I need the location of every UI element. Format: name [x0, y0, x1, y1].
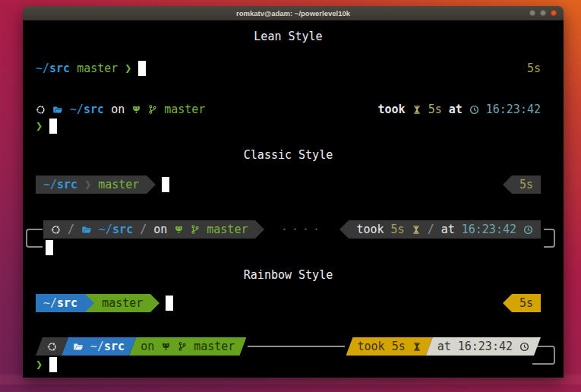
prompt-char: ❯	[36, 358, 43, 371]
git-branch-icon	[148, 104, 157, 115]
window-title: romkatv@adam: ~/powerlevel10k	[236, 9, 350, 17]
folder-icon	[52, 105, 63, 115]
prompt-char: ❯	[125, 62, 131, 75]
powerline-arrow	[503, 175, 512, 194]
octocat-icon	[174, 225, 184, 234]
ubuntu-logo-icon	[51, 225, 61, 235]
git-branch-icon	[178, 341, 187, 352]
current-directory: ~/src	[36, 62, 70, 75]
ubuntu-logo-icon	[47, 342, 57, 352]
rainbow-prompt-oneline: ~/src master 5s	[36, 294, 541, 312]
clock-icon	[469, 105, 479, 115]
maximize-button[interactable]	[540, 10, 546, 16]
terminal-window: romkatv@adam: ~/powerlevel10k Lean Style…	[23, 6, 564, 378]
took-label: took	[358, 340, 385, 353]
hourglass-icon	[412, 342, 422, 352]
clock-icon	[519, 342, 529, 352]
path-dir: src	[104, 340, 125, 353]
text-cursor[interactable]	[162, 177, 169, 192]
current-directory: ~/src	[43, 178, 77, 191]
command-duration: 5s	[519, 296, 533, 310]
folder-icon	[73, 342, 84, 352]
path-dir: src	[57, 296, 77, 310]
clock-icon	[519, 342, 529, 352]
git-branch-icon	[148, 104, 157, 115]
path-dir: src	[112, 223, 133, 236]
git-branch-icon	[178, 341, 187, 352]
lean-prompt-twoline: ~/src on master took 5s at 16:23:42	[36, 102, 541, 117]
powerline-arrow	[339, 220, 349, 239]
timestamp: 16:23:42	[462, 223, 516, 236]
powerline-arrow	[150, 294, 159, 312]
text-cursor[interactable]	[49, 119, 57, 134]
hourglass-icon	[412, 105, 422, 115]
prompt-char: ❯	[36, 119, 43, 133]
text-cursor[interactable]	[138, 61, 146, 76]
git-branch-icon	[191, 224, 200, 235]
lean-prompt-input-line: ❯	[36, 117, 541, 134]
command-duration: 5s	[392, 340, 406, 353]
section-heading-rainbow: Rainbow Style	[36, 268, 541, 283]
hourglass-icon	[412, 105, 422, 115]
current-directory: ~/src	[99, 223, 133, 236]
powerline-arrow	[85, 294, 94, 312]
timestamp: 16:23:42	[458, 340, 513, 353]
git-branch-name: master	[77, 62, 118, 75]
path-prefix: ~/	[36, 62, 49, 75]
folder-icon	[81, 225, 92, 235]
rainbow-prompt-twoline: ~/src on master took 5s at 16:23:42	[36, 337, 541, 374]
text-cursor[interactable]	[166, 296, 173, 311]
terminal-content[interactable]: Lean Style ~/src master ❯ 5s ~/src on ma…	[23, 21, 564, 378]
ubuntu-logo-icon	[36, 105, 46, 115]
on-label: on	[111, 103, 125, 116]
at-label: at	[441, 223, 455, 236]
folder-icon	[52, 105, 63, 115]
ubuntu-logo-icon	[36, 105, 46, 115]
section-heading-lean: Lean Style	[36, 30, 541, 44]
current-directory: ~/src	[70, 103, 104, 116]
minimize-button[interactable]	[529, 10, 535, 16]
octocat-icon	[174, 225, 184, 234]
text-cursor[interactable]	[49, 357, 57, 372]
clock-icon	[523, 225, 533, 235]
timestamp: 16:23:42	[486, 103, 541, 116]
clock-icon	[523, 225, 533, 235]
octocat-icon	[131, 105, 141, 114]
octocat-icon	[161, 342, 171, 351]
path-dir: src	[57, 178, 77, 191]
sub-separator: /	[68, 223, 74, 236]
sub-separator: /	[428, 223, 434, 236]
classic-prompt-twoline: / ~/src / on master ···· took	[36, 220, 541, 257]
at-label: at	[437, 340, 451, 353]
folder-icon	[73, 342, 84, 352]
git-branch-name: master	[102, 296, 143, 310]
hourglass-icon	[412, 225, 421, 235]
lean-prompt-oneline: ~/src master ❯ 5s	[36, 59, 541, 77]
ubuntu-logo-icon	[51, 225, 61, 235]
git-branch-name: master	[164, 103, 205, 116]
command-duration: 5s	[527, 62, 541, 75]
path-dir: src	[84, 103, 104, 116]
window-controls	[529, 6, 557, 20]
titlebar[interactable]: romkatv@adam: ~/powerlevel10k	[23, 6, 564, 21]
path-prefix: ~/	[43, 296, 57, 310]
path-prefix: ~/	[90, 340, 104, 353]
clock-icon	[469, 105, 479, 115]
path-prefix: ~/	[43, 178, 57, 191]
git-branch-name: master	[194, 340, 235, 353]
on-label: on	[141, 340, 154, 353]
text-cursor[interactable]	[46, 240, 53, 255]
octocat-icon	[131, 105, 141, 114]
powerline-arrow	[147, 175, 156, 194]
powerline-arrow	[255, 220, 264, 239]
command-duration: 5s	[519, 178, 533, 191]
gap-filler-line	[248, 346, 344, 347]
classic-prompt-oneline: ~/src ❯ master 5s	[36, 175, 541, 194]
path-prefix: ~/	[70, 103, 84, 116]
path-prefix: ~/	[99, 223, 112, 236]
path-dir: src	[49, 62, 70, 75]
close-button[interactable]	[551, 10, 557, 16]
folder-icon	[81, 225, 92, 235]
command-duration: 5s	[391, 223, 405, 236]
on-label: on	[153, 223, 167, 236]
